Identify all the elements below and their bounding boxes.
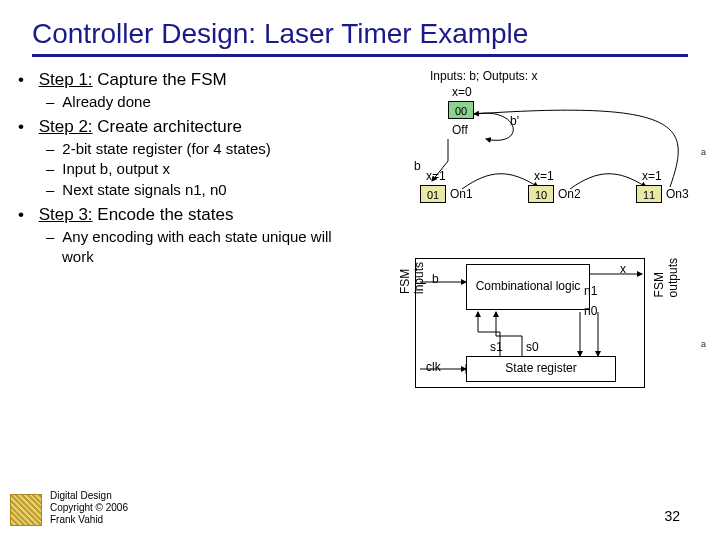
step-1-label: Step 1:: [39, 70, 93, 89]
step-3-sub-1: Any encoding with each state unique will…: [62, 227, 350, 268]
diagrams: Inputs: b; Outputs: x x=0 00 Off b' b x=…: [350, 69, 710, 271]
fsm-state-10: 10: [528, 185, 554, 203]
fsm-on1: On1: [450, 187, 473, 201]
book-logo-icon: [10, 494, 42, 526]
fsm-x1-b: x=1: [534, 169, 554, 183]
footer-line-2: Copyright © 2006: [50, 502, 128, 514]
step-2: Step 2: Create architecture 2-bit state …: [36, 116, 350, 200]
footer-credits: Digital Design Copyright © 2006 Frank Va…: [50, 490, 128, 526]
state-register-block: State register: [466, 356, 616, 382]
fsm-state-00: 00: [448, 101, 474, 119]
arch-x: x: [620, 262, 626, 276]
fsm-on2: On2: [558, 187, 581, 201]
arch-n0: n0: [584, 304, 597, 318]
architecture-diagram: FSMinputs FSMoutputs b x Combinational l…: [370, 254, 690, 404]
step-1-sub-1: Already done: [62, 92, 350, 112]
fsm-off: Off: [452, 123, 468, 137]
step-2-sub-3: Next state signals n1, n0: [62, 180, 350, 200]
fsm-inputs-label: FSMinputs: [398, 262, 426, 294]
step-1: Step 1: Capture the FSM Already done: [36, 69, 350, 112]
fsm-x1-a: x=1: [426, 169, 446, 183]
annotation-a-1: a: [701, 147, 706, 157]
page-number: 32: [664, 508, 680, 524]
annotation-a-2: a: [701, 339, 706, 349]
arch-clk: clk: [426, 360, 441, 374]
fsm-outputs-label: FSMoutputs: [652, 258, 680, 297]
fsm-x0: x=0: [452, 85, 472, 99]
step-3-text: Encode the states: [97, 205, 233, 224]
fsm-arrows: [370, 69, 690, 244]
comb-logic-block: Combinational logic: [466, 264, 590, 310]
step-1-text: Capture the FSM: [97, 70, 226, 89]
step-2-sub-2: Input b, output x: [62, 159, 350, 179]
arch-n1: n1: [584, 284, 597, 298]
step-3: Step 3: Encode the states Any encoding w…: [36, 204, 350, 267]
fsm-inputs-line: Inputs: b; Outputs: x: [430, 69, 537, 83]
fsm-on3: On3: [666, 187, 689, 201]
arch-b: b: [432, 272, 439, 286]
bullet-list: Step 1: Capture the FSM Already done Ste…: [10, 69, 350, 271]
fsm-b: b: [414, 159, 421, 173]
step-3-label: Step 3:: [39, 205, 93, 224]
footer-line-1: Digital Design: [50, 490, 128, 502]
fsm-diagram: Inputs: b; Outputs: x x=0 00 Off b' b x=…: [370, 69, 690, 244]
step-2-sub-1: 2-bit state register (for 4 states): [62, 139, 350, 159]
fsm-x1-c: x=1: [642, 169, 662, 183]
content-area: Step 1: Capture the FSM Already done Ste…: [0, 57, 720, 271]
arch-s0: s0: [526, 340, 539, 354]
step-2-label: Step 2:: [39, 117, 93, 136]
slide-title: Controller Design: Laser Timer Example: [0, 0, 720, 50]
footer-line-3: Frank Vahid: [50, 514, 128, 526]
step-2-text: Create architecture: [97, 117, 242, 136]
fsm-bprime: b': [510, 114, 519, 128]
arch-s1: s1: [490, 340, 503, 354]
fsm-state-01: 01: [420, 185, 446, 203]
fsm-state-11: 11: [636, 185, 662, 203]
